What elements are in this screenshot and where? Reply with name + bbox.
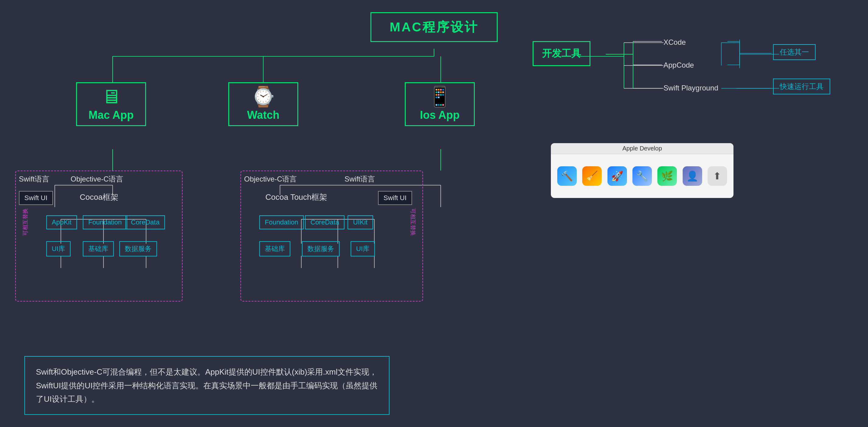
mac-uilib-box: UI库 bbox=[46, 241, 71, 256]
icon-brush: 🧹 bbox=[582, 166, 602, 186]
mac-swift-lang: Swift语言 bbox=[19, 174, 49, 184]
mac-foundation-box: Foundation bbox=[83, 215, 127, 229]
main-container: MAC程序设计 🖥 Mac App ⌚ Watch 📱 Ios App Swif… bbox=[0, 0, 868, 427]
ios-coredata-box: CoreData bbox=[305, 215, 344, 229]
ios-cocoa-touch-label: Cocoa Touch框架 bbox=[266, 192, 327, 202]
mac-objc-lang: Objective-C语言 bbox=[71, 174, 123, 184]
icon-xcode: 🔨 bbox=[557, 166, 577, 186]
icon-testflight: 🚀 bbox=[608, 166, 627, 186]
ios-panel: Objective-C语言 Swift语言 Cocoa Touch框架 Swif… bbox=[241, 171, 423, 302]
choice-box: 任选其一 bbox=[773, 44, 816, 60]
xcode-text: XCode bbox=[663, 38, 686, 46]
svg-line-34 bbox=[721, 42, 740, 65]
apple-dev-title: Apple Develop bbox=[551, 143, 734, 154]
watch-label: Watch bbox=[247, 109, 280, 121]
mac-baselib-box: 基础库 bbox=[83, 241, 114, 256]
icon-instruments: 👤 bbox=[683, 166, 702, 186]
root-title: MAC程序设计 bbox=[390, 20, 478, 34]
apple-dev-panel: Apple Develop 🔨 🧹 🚀 🔧 🌿 👤 ⬆ bbox=[551, 143, 734, 198]
ios-uilib-box: UI库 bbox=[351, 241, 375, 256]
xcode-label: XCode bbox=[663, 38, 686, 47]
mac-icon: 🖥 bbox=[101, 87, 121, 106]
mac-app-node: 🖥 Mac App bbox=[76, 82, 146, 126]
choice-text: 任选其一 bbox=[780, 48, 809, 56]
quick-run-text: 快速运行工具 bbox=[780, 82, 824, 90]
mac-swiftui-box: Swift UI bbox=[19, 191, 53, 205]
ios-uikit-box: UIKit bbox=[347, 215, 373, 229]
quick-run-box: 快速运行工具 bbox=[773, 79, 830, 94]
bottom-note: Swift和Objective-C可混合编程，但不是太建议。AppKit提供的U… bbox=[24, 356, 390, 415]
swift-playground-label: Swift Playground bbox=[663, 84, 718, 92]
root-node: MAC程序设计 bbox=[370, 12, 498, 42]
icon-hammer: 🔧 bbox=[632, 166, 652, 186]
mac-cocoa-label: Cocoa框架 bbox=[80, 192, 118, 202]
mac-panel: Swift语言 Objective-C语言 Swift UI Cocoa框架 A… bbox=[15, 171, 183, 302]
appcode-label: AppCode bbox=[663, 61, 694, 69]
bottom-note-text: Swift和Objective-C可混合编程，但不是太建议。AppKit提供的U… bbox=[36, 367, 377, 403]
ios-swiftui-box: Swift UI bbox=[378, 191, 412, 205]
apple-dev-icons: 🔨 🧹 🚀 🔧 🌿 👤 ⬆ bbox=[551, 154, 734, 198]
icon-up: ⬆ bbox=[708, 166, 727, 186]
mac-appkit-box: AppKit bbox=[46, 215, 77, 229]
ios-icon: 📱 bbox=[428, 87, 452, 106]
mac-coredata-box: CoreData bbox=[125, 215, 165, 229]
ios-app-label: Ios App bbox=[420, 109, 460, 121]
appcode-text: AppCode bbox=[663, 61, 694, 69]
mac-app-label: Mac App bbox=[89, 109, 134, 121]
ios-swift-lang: Swift语言 bbox=[344, 174, 375, 184]
ios-baselib-box: 基础库 bbox=[259, 241, 290, 256]
mac-interchange-label: 可相互替换 bbox=[22, 208, 29, 236]
ios-app-node: 📱 Ios App bbox=[405, 82, 475, 126]
watch-icon: ⌚ bbox=[251, 87, 275, 106]
ios-dataservice-box: 数据服务 bbox=[302, 241, 340, 256]
ios-foundation-box: Foundation bbox=[259, 215, 304, 229]
swift-playground-text: Swift Playground bbox=[663, 84, 718, 92]
watch-node: ⌚ Watch bbox=[228, 82, 298, 126]
ios-interchange-label: 可相互替换 bbox=[409, 208, 417, 236]
mac-dataservice-box: 数据服务 bbox=[119, 241, 157, 256]
ios-objc-lang: Objective-C语言 bbox=[244, 174, 297, 184]
tool-node-label: 开发工具 bbox=[542, 48, 581, 59]
tool-node: 开发工具 bbox=[533, 41, 590, 66]
icon-sourcetree: 🌿 bbox=[657, 166, 677, 186]
